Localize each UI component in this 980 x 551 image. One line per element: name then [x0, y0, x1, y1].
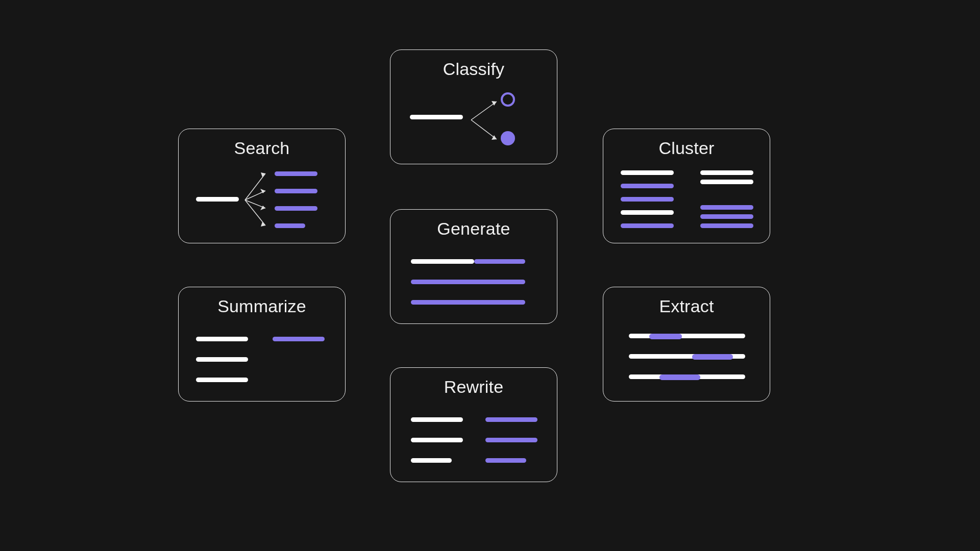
extract-text-bar — [629, 334, 745, 338]
card-title: Search — [179, 138, 345, 158]
svg-line-0 — [471, 102, 497, 120]
generate-prompt-bar — [411, 259, 474, 264]
search-result-bar — [275, 189, 317, 193]
extract-entity-bar — [659, 374, 700, 380]
card-generate: Generate — [390, 209, 557, 324]
card-title: Generate — [390, 219, 557, 239]
card-rewrite: Rewrite — [390, 367, 557, 482]
card-title: Extract — [603, 296, 770, 316]
card-extract: Extract — [603, 287, 770, 402]
generate-output-bar — [474, 259, 525, 264]
classify-input-bar — [410, 115, 463, 119]
card-title: Classify — [390, 59, 557, 79]
card-title: Rewrite — [390, 377, 557, 397]
rewrite-output-bar — [485, 438, 537, 442]
svg-line-1 — [471, 120, 497, 139]
card-title: Cluster — [603, 138, 770, 158]
rewrite-output-bar — [485, 417, 537, 422]
classify-class-filled-icon — [501, 131, 515, 145]
cluster-right-bar — [700, 170, 753, 175]
card-title: Summarize — [179, 296, 345, 316]
card-classify: Classify — [390, 49, 557, 164]
extract-entity-bar — [649, 334, 682, 339]
rewrite-input-bar — [411, 458, 452, 463]
search-result-bar — [275, 206, 317, 211]
card-cluster: Cluster — [603, 129, 770, 243]
search-result-bar — [275, 171, 317, 176]
cluster-right-bar — [700, 180, 753, 184]
svg-line-2 — [245, 173, 265, 200]
card-search: Search — [178, 129, 346, 243]
rewrite-output-bar — [485, 458, 526, 463]
cluster-left-bar — [621, 223, 674, 228]
cluster-left-bar — [621, 184, 674, 188]
cluster-left-bar — [621, 170, 674, 175]
summarize-input-bar — [196, 337, 248, 341]
generate-output-bar — [411, 300, 525, 305]
generate-output-bar — [411, 280, 525, 284]
summarize-input-bar — [196, 378, 248, 382]
diagram-stage: Classify Search — [0, 0, 980, 551]
cluster-right-bar — [700, 214, 753, 219]
cluster-left-bar — [621, 210, 674, 215]
search-query-bar — [196, 197, 239, 202]
extract-entity-bar — [692, 354, 733, 360]
cluster-right-bar — [700, 205, 753, 210]
search-arrows-icon — [242, 168, 273, 230]
card-summarize: Summarize — [178, 287, 346, 402]
classify-class-open-icon — [501, 92, 515, 107]
rewrite-input-bar — [411, 438, 463, 442]
summarize-output-bar — [273, 337, 325, 341]
summarize-input-bar — [196, 357, 248, 362]
cluster-right-bar — [700, 223, 753, 228]
rewrite-input-bar — [411, 417, 463, 422]
cluster-left-bar — [621, 197, 674, 202]
search-result-bar — [275, 223, 305, 228]
